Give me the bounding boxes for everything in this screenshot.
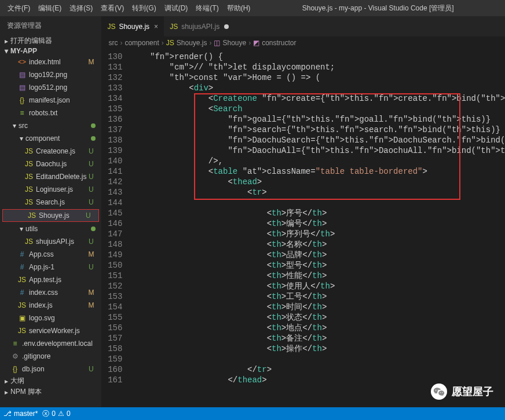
code-line[interactable]: <thead> (130, 177, 505, 187)
menu-item[interactable]: 选择(S) (65, 4, 97, 12)
menu-item[interactable]: 转到(G) (128, 4, 160, 12)
chevron-right-icon: › (162, 39, 164, 47)
code-line[interactable]: <div> (130, 83, 505, 93)
file-label: index.html (29, 58, 86, 66)
breadcrumb-item[interactable]: ◩constructor (253, 39, 296, 47)
menu-item[interactable]: 帮助(H) (223, 4, 255, 12)
menu-item[interactable]: 编辑(E) (34, 4, 65, 12)
code-line[interactable]: "fn">DaochuSearch={"th">this."fn">Daochu… (130, 135, 505, 145)
line-number: 147 (101, 229, 130, 239)
txt-file-icon: ≡ (17, 109, 27, 117)
js-file-icon: JS (17, 327, 27, 335)
code-line[interactable]: "th">const "var">Home = () => ( (130, 72, 505, 83)
git-status: U (86, 147, 96, 155)
code-editor[interactable]: 130 "fn">render() {131 "cm">// "th">let … (101, 52, 505, 385)
code-line[interactable]: "cm">// "th">let displaycomponent; (130, 62, 505, 72)
file-item[interactable]: #index.cssM (0, 286, 101, 299)
code-line[interactable]: "fn">render() { (130, 52, 505, 62)
file-item[interactable]: JSEditandDelete.jsU (0, 170, 101, 183)
chevron-down-icon: ▾ (17, 225, 25, 233)
js-file-icon: JS (170, 23, 178, 31)
file-item[interactable]: ▤logo512.png (0, 81, 101, 94)
line-number: 146 (101, 218, 130, 229)
folder-item[interactable]: ▾component (0, 132, 101, 145)
file-item[interactable]: ≡.env.development.local (0, 337, 101, 350)
file-item[interactable]: <>index.htmlM (0, 56, 101, 68)
code-line[interactable]: <th>地点</th> (130, 323, 505, 333)
code-line[interactable]: <th>型号</th> (130, 260, 505, 271)
file-item[interactable]: JSShouye.jsU (2, 209, 99, 222)
errors-warnings[interactable]: ⓧ0 ⚠0 (42, 409, 70, 419)
code-line[interactable]: "fn">goall={"th">this."fn">goall."fn">bi… (130, 114, 505, 125)
code-line[interactable]: <th>状态</th> (130, 312, 505, 323)
code-line[interactable]: <th>备注</th> (130, 333, 505, 344)
code-line[interactable]: />, (130, 156, 505, 166)
wechat-icon (431, 384, 447, 400)
code-line[interactable]: <th>使用人</th> (130, 281, 505, 291)
file-item[interactable]: JSCreateone.jsU (0, 145, 101, 158)
file-item[interactable]: {}db.jsonU (0, 363, 101, 375)
breadcrumb-item[interactable]: JSShouye.js (166, 39, 207, 47)
file-item[interactable]: #App.js-1U (0, 261, 101, 273)
folder-item[interactable]: ▾utils (0, 222, 101, 235)
code-line[interactable]: <th>名称</th> (130, 239, 505, 250)
section-npm[interactable]: ▸ NPM 脚本 (0, 386, 101, 397)
code-line[interactable]: <th>品牌</th> (130, 250, 505, 260)
file-item[interactable]: ≡robots.txt (0, 107, 101, 119)
file-label: .env.development.local (22, 339, 96, 348)
breadcrumb-item[interactable]: src (108, 39, 118, 47)
file-label: logo192.png (29, 71, 96, 79)
code-line[interactable]: <th>时间</th> (130, 302, 505, 312)
menu-item[interactable]: 终端(T) (192, 4, 222, 12)
file-item[interactable]: JSshujusAPI.jsU (0, 235, 101, 248)
editor-tab[interactable]: JSShouye.js× (101, 16, 164, 36)
code-line[interactable]: <th>序列号</th> (130, 229, 505, 239)
close-icon[interactable]: × (154, 23, 158, 31)
code-line[interactable]: <table "at">className="table table-borde… (130, 166, 505, 177)
explorer-title: 资源管理器 (0, 16, 101, 35)
code-line[interactable]: "fn">DaochuAll={"th">this."fn">DaochuAll… (130, 145, 505, 156)
code-line[interactable]: <Createone "fn">create={"th">this."fn">c… (130, 93, 505, 104)
menu-item[interactable]: 查看(V) (97, 4, 128, 12)
folder-item[interactable]: ▾src (0, 119, 101, 132)
file-item[interactable]: #App.cssM (0, 248, 101, 261)
git-status: U (86, 263, 96, 271)
code-line[interactable] (130, 198, 505, 208)
file-item[interactable]: JSLoginuser.jsU (0, 183, 101, 196)
file-item[interactable]: {}manifest.json (0, 94, 101, 107)
code-line[interactable]: <tr> (130, 187, 505, 198)
section-open-editors[interactable]: ▸ 打开的编辑器 (0, 35, 101, 46)
section-project[interactable]: ▾ MY-APP (0, 46, 101, 56)
code-line[interactable]: <th>编号</th> (130, 218, 505, 229)
file-label: src (19, 122, 89, 130)
sidebar: 资源管理器 ▸ 打开的编辑器 ▾ MY-APP <>index.htmlM▤lo… (0, 16, 101, 410)
code-line[interactable]: <th>性能</th> (130, 271, 505, 281)
file-item[interactable]: ▤logo192.png (0, 68, 101, 81)
menu-item[interactable]: 文件(F) (3, 4, 34, 12)
file-item[interactable]: ▣logo.svg (0, 312, 101, 324)
js-file-icon: JS (17, 276, 27, 284)
code-line[interactable]: </tr> (130, 364, 505, 375)
code-line[interactable]: "fn">search={"th">this."fn">search."fn">… (130, 125, 505, 135)
code-line[interactable]: <th>序号</th> (130, 208, 505, 218)
git-branch[interactable]: ⎇ master* (3, 410, 38, 418)
file-item[interactable]: ⚙.gitignore (0, 350, 101, 363)
file-item[interactable]: JSDaochu.jsU (0, 158, 101, 170)
editor-tab[interactable]: JSshujusAPI.js (164, 16, 235, 36)
file-item[interactable]: JSSearch.jsU (0, 196, 101, 209)
git-status: M (86, 250, 96, 258)
breadcrumb-item[interactable]: ◫Shouye (214, 39, 246, 47)
line-number: 135 (101, 104, 130, 114)
section-outline[interactable]: ▸ 大纲 (0, 375, 101, 386)
breadcrumb-item[interactable]: component (125, 39, 159, 47)
file-item[interactable]: JSindex.jsM (0, 299, 101, 312)
menu-item[interactable]: 调试(D) (160, 4, 192, 12)
file-label: logo.svg (29, 314, 96, 322)
code-line[interactable]: <Search (130, 104, 505, 114)
file-item[interactable]: JSApp.test.js (0, 273, 101, 286)
code-line[interactable]: <th>操作</th> (130, 344, 505, 354)
code-line[interactable] (130, 354, 505, 364)
file-item[interactable]: JSserviceWorker.js (0, 324, 101, 337)
gear-file-icon: ⚙ (10, 352, 20, 360)
code-line[interactable]: <th>工号</th> (130, 291, 505, 302)
